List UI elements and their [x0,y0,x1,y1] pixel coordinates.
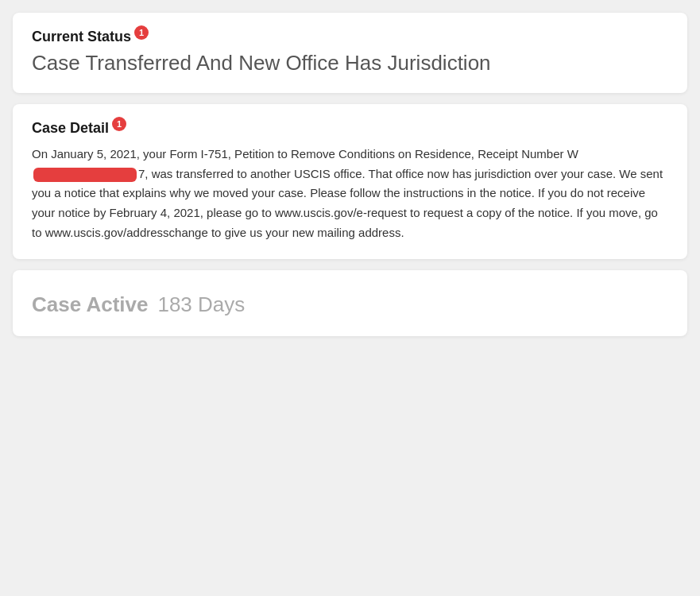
current-status-header: Current Status 1 [32,29,668,45]
case-detail-card: Case Detail 1 On January 5, 2021, your F… [13,104,687,259]
current-status-title-text: Current Status [32,29,131,45]
current-status-badge: 1 [134,25,149,40]
case-detail-header: Case Detail 1 [32,120,668,137]
case-detail-title: Case Detail 1 [32,120,126,137]
case-active-days: 183 Days [157,292,245,317]
redacted-receipt-number [33,168,137,182]
current-status-card: Current Status 1 Case Transferred And Ne… [13,13,687,93]
case-active-row: Case Active 183 Days [32,286,668,320]
status-text: Case Transferred And New Office Has Juri… [32,50,668,77]
case-detail-paragraph: On January 5, 2021, your Form I-751, Pet… [32,145,668,243]
case-detail-badge: 1 [112,117,126,131]
case-detail-title-text: Case Detail [32,120,109,137]
current-status-title: Current Status 1 [32,29,149,45]
case-active-label: Case Active [32,292,148,317]
case-detail-part1: On January 5, 2021, your Form I-751, Pet… [32,147,578,161]
case-active-card: Case Active 183 Days [13,270,687,336]
